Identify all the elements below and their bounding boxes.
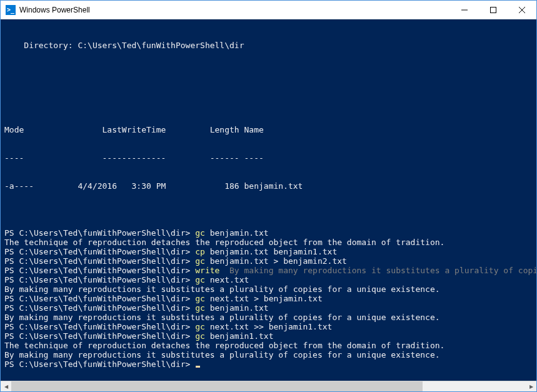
command-name: write: [195, 266, 219, 275]
blank-line: [4, 209, 535, 219]
minimize-button[interactable]: [450, 1, 479, 19]
scroll-track[interactable]: [11, 381, 526, 391]
command-line: PS C:\Users\Ted\funWithPowerShell\dir> g…: [4, 228, 535, 238]
prompt-line: PS C:\Users\Ted\funWithPowerShell\dir>: [4, 359, 535, 369]
command-args: next.txt > benjamin.txt: [205, 294, 323, 303]
blank-line: [4, 97, 535, 106]
command-line: PS C:\Users\Ted\funWithPowerShell\dir> g…: [4, 256, 535, 266]
command-args: next.txt >> benjamin1.txt: [205, 322, 333, 331]
table-header: Mode LastWriteTime Length Name: [4, 125, 535, 134]
command-line: PS C:\Users\Ted\funWithPowerShell\dir> g…: [4, 331, 535, 341]
command-args: benjamin.txt benjamin1.txt: [205, 247, 337, 256]
blank-line: [4, 219, 535, 228]
output-line: The technique of reproduction detaches t…: [4, 341, 535, 350]
directory-header: Directory: C:\Users\Ted\funWithPowerShel…: [4, 41, 535, 50]
window-title: Windows PowerShell: [19, 6, 450, 14]
command-args: next.txt: [205, 275, 249, 284]
scroll-thumb[interactable]: [11, 381, 423, 391]
window-controls: [450, 1, 536, 19]
prompt: PS C:\Users\Ted\funWithPowerShell\dir>: [4, 303, 195, 313]
output-line: By making many reproductions it substitu…: [4, 284, 535, 294]
blank-line: [4, 69, 535, 78]
command-line: PS C:\Users\Ted\funWithPowerShell\dir> w…: [4, 266, 535, 275]
prompt: PS C:\Users\Ted\funWithPowerShell\dir>: [4, 322, 195, 331]
table-row: -a---- 4/4/2016 3:30 PM 186 benjamin.txt: [4, 181, 535, 191]
command-name: gc: [195, 275, 205, 284]
command-args: benjamin.txt > benjamin2.txt: [205, 256, 347, 266]
maximize-button[interactable]: [479, 1, 508, 19]
command-name: gc: [195, 256, 205, 266]
command-name: gc: [195, 294, 205, 303]
output-line: By making many reproductions it substitu…: [4, 313, 535, 322]
prompt: PS C:\Users\Ted\funWithPowerShell\dir>: [4, 359, 195, 369]
horizontal-scrollbar[interactable]: ◀ ▶: [1, 381, 536, 391]
powershell-icon-glyph: >_: [7, 6, 14, 13]
cursor: [196, 366, 200, 368]
terminal[interactable]: Directory: C:\Users\Ted\funWithPowerShel…: [1, 19, 536, 381]
prompt: PS C:\Users\Ted\funWithPowerShell\dir>: [4, 294, 195, 303]
command-line: PS C:\Users\Ted\funWithPowerShell\dir> g…: [4, 303, 535, 313]
command-line: PS C:\Users\Ted\funWithPowerShell\dir> g…: [4, 294, 535, 303]
prompt: PS C:\Users\Ted\funWithPowerShell\dir>: [4, 266, 195, 275]
scroll-right-arrow[interactable]: ▶: [526, 381, 536, 392]
prompt: PS C:\Users\Ted\funWithPowerShell\dir>: [4, 247, 195, 256]
scroll-left-arrow[interactable]: ◀: [1, 381, 11, 392]
prompt: PS C:\Users\Ted\funWithPowerShell\dir>: [4, 228, 195, 238]
command-args: benjamin.txt: [205, 303, 269, 313]
prompt: PS C:\Users\Ted\funWithPowerShell\dir>: [4, 275, 195, 284]
table-divider: ---- ------------- ------ ----: [4, 153, 535, 163]
command-name: gc: [195, 322, 205, 331]
command-name: gc: [195, 303, 205, 313]
window-titlebar: >_ Windows PowerShell: [1, 1, 536, 19]
output-line: By making many reproductions it substitu…: [4, 350, 535, 359]
command-name: cp: [195, 247, 205, 256]
close-button[interactable]: [508, 1, 536, 19]
command-line: PS C:\Users\Ted\funWithPowerShell\dir> c…: [4, 247, 535, 256]
command-trailing: By making many reproductions it substitu…: [219, 266, 536, 275]
command-args: benjamin.txt: [205, 228, 269, 238]
powershell-icon: >_: [6, 5, 16, 15]
command-args: benjamin1.txt: [205, 331, 274, 341]
command-line: PS C:\Users\Ted\funWithPowerShell\dir> g…: [4, 275, 535, 284]
command-name: gc: [195, 228, 205, 238]
svg-rect-1: [491, 7, 496, 13]
command-line: PS C:\Users\Ted\funWithPowerShell\dir> g…: [4, 322, 535, 331]
output-line: The technique of reproduction detaches t…: [4, 238, 535, 247]
command-name: gc: [195, 331, 205, 341]
prompt: PS C:\Users\Ted\funWithPowerShell\dir>: [4, 331, 195, 341]
prompt: PS C:\Users\Ted\funWithPowerShell\dir>: [4, 256, 195, 266]
